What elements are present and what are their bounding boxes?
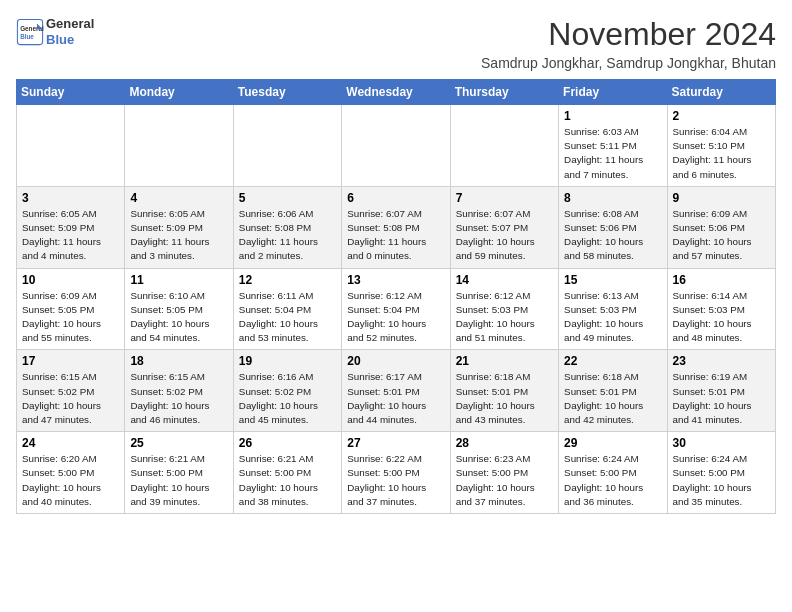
calendar-cell: 26Sunrise: 6:21 AM Sunset: 5:00 PM Dayli… — [233, 432, 341, 514]
calendar-cell: 14Sunrise: 6:12 AM Sunset: 5:03 PM Dayli… — [450, 268, 558, 350]
day-number: 20 — [347, 354, 444, 368]
day-number: 6 — [347, 191, 444, 205]
calendar-week-row: 3Sunrise: 6:05 AM Sunset: 5:09 PM Daylig… — [17, 186, 776, 268]
calendar-cell — [450, 105, 558, 187]
day-info: Sunrise: 6:08 AM Sunset: 5:06 PM Dayligh… — [564, 207, 661, 264]
svg-text:Blue: Blue — [20, 33, 34, 40]
calendar-cell: 12Sunrise: 6:11 AM Sunset: 5:04 PM Dayli… — [233, 268, 341, 350]
logo: General Blue General Blue — [16, 16, 94, 47]
calendar-cell: 4Sunrise: 6:05 AM Sunset: 5:09 PM Daylig… — [125, 186, 233, 268]
calendar-cell: 11Sunrise: 6:10 AM Sunset: 5:05 PM Dayli… — [125, 268, 233, 350]
day-info: Sunrise: 6:19 AM Sunset: 5:01 PM Dayligh… — [673, 370, 770, 427]
calendar-cell — [233, 105, 341, 187]
day-info: Sunrise: 6:13 AM Sunset: 5:03 PM Dayligh… — [564, 289, 661, 346]
day-info: Sunrise: 6:21 AM Sunset: 5:00 PM Dayligh… — [130, 452, 227, 509]
day-number: 30 — [673, 436, 770, 450]
day-info: Sunrise: 6:05 AM Sunset: 5:09 PM Dayligh… — [130, 207, 227, 264]
day-info: Sunrise: 6:15 AM Sunset: 5:02 PM Dayligh… — [22, 370, 119, 427]
day-info: Sunrise: 6:17 AM Sunset: 5:01 PM Dayligh… — [347, 370, 444, 427]
day-number: 26 — [239, 436, 336, 450]
day-number: 21 — [456, 354, 553, 368]
calendar-cell: 16Sunrise: 6:14 AM Sunset: 5:03 PM Dayli… — [667, 268, 775, 350]
calendar-cell: 28Sunrise: 6:23 AM Sunset: 5:00 PM Dayli… — [450, 432, 558, 514]
calendar-cell: 22Sunrise: 6:18 AM Sunset: 5:01 PM Dayli… — [559, 350, 667, 432]
weekday-header: Sunday — [17, 80, 125, 105]
day-info: Sunrise: 6:18 AM Sunset: 5:01 PM Dayligh… — [564, 370, 661, 427]
location-subtitle: Samdrup Jongkhar, Samdrup Jongkhar, Bhut… — [481, 55, 776, 71]
calendar-cell: 7Sunrise: 6:07 AM Sunset: 5:07 PM Daylig… — [450, 186, 558, 268]
calendar-cell: 6Sunrise: 6:07 AM Sunset: 5:08 PM Daylig… — [342, 186, 450, 268]
month-title: November 2024 — [481, 16, 776, 53]
weekday-header: Saturday — [667, 80, 775, 105]
calendar-header-row: SundayMondayTuesdayWednesdayThursdayFrid… — [17, 80, 776, 105]
weekday-header: Monday — [125, 80, 233, 105]
day-number: 17 — [22, 354, 119, 368]
day-info: Sunrise: 6:16 AM Sunset: 5:02 PM Dayligh… — [239, 370, 336, 427]
day-info: Sunrise: 6:23 AM Sunset: 5:00 PM Dayligh… — [456, 452, 553, 509]
day-info: Sunrise: 6:24 AM Sunset: 5:00 PM Dayligh… — [564, 452, 661, 509]
day-number: 25 — [130, 436, 227, 450]
day-number: 9 — [673, 191, 770, 205]
logo-line2: Blue — [46, 32, 94, 48]
day-number: 22 — [564, 354, 661, 368]
day-number: 11 — [130, 273, 227, 287]
day-info: Sunrise: 6:11 AM Sunset: 5:04 PM Dayligh… — [239, 289, 336, 346]
weekday-header: Tuesday — [233, 80, 341, 105]
weekday-header: Thursday — [450, 80, 558, 105]
day-number: 14 — [456, 273, 553, 287]
calendar-cell: 1Sunrise: 6:03 AM Sunset: 5:11 PM Daylig… — [559, 105, 667, 187]
calendar-cell: 20Sunrise: 6:17 AM Sunset: 5:01 PM Dayli… — [342, 350, 450, 432]
calendar-cell: 17Sunrise: 6:15 AM Sunset: 5:02 PM Dayli… — [17, 350, 125, 432]
day-number: 19 — [239, 354, 336, 368]
calendar-cell: 21Sunrise: 6:18 AM Sunset: 5:01 PM Dayli… — [450, 350, 558, 432]
day-info: Sunrise: 6:07 AM Sunset: 5:07 PM Dayligh… — [456, 207, 553, 264]
calendar-cell: 24Sunrise: 6:20 AM Sunset: 5:00 PM Dayli… — [17, 432, 125, 514]
day-info: Sunrise: 6:05 AM Sunset: 5:09 PM Dayligh… — [22, 207, 119, 264]
day-number: 18 — [130, 354, 227, 368]
calendar-cell — [342, 105, 450, 187]
day-info: Sunrise: 6:09 AM Sunset: 5:06 PM Dayligh… — [673, 207, 770, 264]
day-info: Sunrise: 6:10 AM Sunset: 5:05 PM Dayligh… — [130, 289, 227, 346]
calendar-cell: 27Sunrise: 6:22 AM Sunset: 5:00 PM Dayli… — [342, 432, 450, 514]
day-number: 16 — [673, 273, 770, 287]
day-number: 13 — [347, 273, 444, 287]
day-number: 7 — [456, 191, 553, 205]
calendar-cell: 10Sunrise: 6:09 AM Sunset: 5:05 PM Dayli… — [17, 268, 125, 350]
weekday-header: Friday — [559, 80, 667, 105]
day-info: Sunrise: 6:12 AM Sunset: 5:03 PM Dayligh… — [456, 289, 553, 346]
day-number: 5 — [239, 191, 336, 205]
day-info: Sunrise: 6:22 AM Sunset: 5:00 PM Dayligh… — [347, 452, 444, 509]
calendar-cell: 23Sunrise: 6:19 AM Sunset: 5:01 PM Dayli… — [667, 350, 775, 432]
day-number: 2 — [673, 109, 770, 123]
calendar-week-row: 24Sunrise: 6:20 AM Sunset: 5:00 PM Dayli… — [17, 432, 776, 514]
day-info: Sunrise: 6:14 AM Sunset: 5:03 PM Dayligh… — [673, 289, 770, 346]
calendar-cell — [17, 105, 125, 187]
day-info: Sunrise: 6:18 AM Sunset: 5:01 PM Dayligh… — [456, 370, 553, 427]
calendar-cell: 3Sunrise: 6:05 AM Sunset: 5:09 PM Daylig… — [17, 186, 125, 268]
day-number: 15 — [564, 273, 661, 287]
day-number: 4 — [130, 191, 227, 205]
svg-rect-0 — [17, 19, 42, 44]
calendar-cell: 30Sunrise: 6:24 AM Sunset: 5:00 PM Dayli… — [667, 432, 775, 514]
calendar-cell: 2Sunrise: 6:04 AM Sunset: 5:10 PM Daylig… — [667, 105, 775, 187]
day-info: Sunrise: 6:12 AM Sunset: 5:04 PM Dayligh… — [347, 289, 444, 346]
page-header: General Blue General Blue November 2024 … — [16, 16, 776, 71]
day-number: 28 — [456, 436, 553, 450]
calendar-table: SundayMondayTuesdayWednesdayThursdayFrid… — [16, 79, 776, 514]
day-number: 23 — [673, 354, 770, 368]
title-block: November 2024 Samdrup Jongkhar, Samdrup … — [481, 16, 776, 71]
calendar-cell: 9Sunrise: 6:09 AM Sunset: 5:06 PM Daylig… — [667, 186, 775, 268]
calendar-cell: 19Sunrise: 6:16 AM Sunset: 5:02 PM Dayli… — [233, 350, 341, 432]
calendar-cell — [125, 105, 233, 187]
day-info: Sunrise: 6:15 AM Sunset: 5:02 PM Dayligh… — [130, 370, 227, 427]
day-info: Sunrise: 6:06 AM Sunset: 5:08 PM Dayligh… — [239, 207, 336, 264]
calendar-cell: 29Sunrise: 6:24 AM Sunset: 5:00 PM Dayli… — [559, 432, 667, 514]
calendar-week-row: 10Sunrise: 6:09 AM Sunset: 5:05 PM Dayli… — [17, 268, 776, 350]
day-number: 12 — [239, 273, 336, 287]
day-info: Sunrise: 6:21 AM Sunset: 5:00 PM Dayligh… — [239, 452, 336, 509]
day-number: 29 — [564, 436, 661, 450]
day-info: Sunrise: 6:07 AM Sunset: 5:08 PM Dayligh… — [347, 207, 444, 264]
logo-line1: General — [46, 16, 94, 32]
day-number: 8 — [564, 191, 661, 205]
calendar-cell: 13Sunrise: 6:12 AM Sunset: 5:04 PM Dayli… — [342, 268, 450, 350]
